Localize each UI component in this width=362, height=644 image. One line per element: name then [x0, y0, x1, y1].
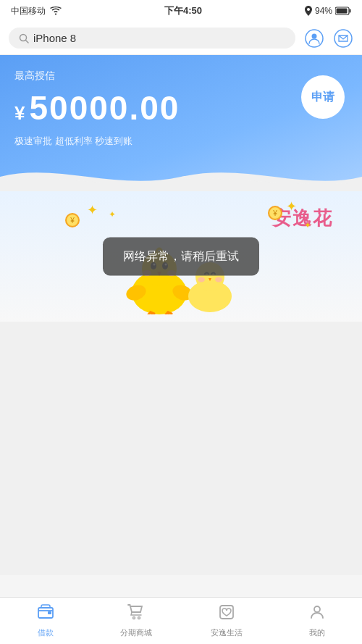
battery-icon	[335, 7, 351, 15]
nav-tab-life[interactable]: 安逸生活	[181, 598, 272, 644]
wallet-icon	[37, 603, 54, 625]
bottom-nav: 借款 分期商城 安逸生活	[0, 597, 362, 644]
svg-rect-1	[350, 9, 351, 13]
status-time: 下午4:50	[164, 4, 202, 17]
banner-desc: 极速审批 超低利率 秒速到账	[14, 135, 348, 148]
blue-banner: 最高授信 ¥ 50000.00 极速审批 超低利率 秒速到账 申请	[0, 55, 362, 191]
nav-tab-borrow[interactable]: 借款	[0, 598, 90, 644]
search-icon	[19, 33, 29, 43]
sparkle-3: ✦	[286, 198, 297, 214]
heart-icon	[218, 603, 235, 625]
shop-icon	[127, 603, 145, 625]
user-icon[interactable]	[304, 28, 324, 49]
nav-tab-shop[interactable]: 分期商城	[90, 598, 181, 644]
coin-1: ¥	[65, 213, 80, 227]
svg-point-31	[138, 617, 140, 619]
content-body	[0, 322, 362, 575]
svg-point-33	[314, 606, 320, 612]
location-icon	[305, 6, 312, 16]
app-card: 安逸花 ✦ ✦ ✦ ✦ ¥ ¥	[0, 191, 362, 322]
svg-line-23	[168, 312, 172, 314]
svg-point-7	[334, 30, 352, 47]
sparkle-4: ✦	[304, 220, 311, 230]
apply-button[interactable]: 申请	[301, 75, 345, 119]
svg-point-30	[132, 617, 135, 619]
currency-symbol: ¥	[14, 102, 26, 125]
sparkle-2: ✦	[109, 209, 116, 219]
status-bar: 中国移动 下午4:50 94%	[0, 0, 362, 22]
status-left: 中国移动	[11, 5, 62, 17]
svg-point-27	[215, 277, 222, 283]
carrier-text: 中国移动	[11, 5, 46, 17]
message-icon[interactable]	[333, 28, 353, 49]
search-bar: iPhone 8	[0, 22, 362, 55]
nav-label-shop: 分期商城	[120, 627, 152, 638]
sparkle-1: ✦	[87, 202, 98, 218]
search-actions	[304, 28, 353, 49]
toast-message: 网络异常，请稍后重试	[103, 238, 259, 276]
svg-point-26	[198, 277, 205, 283]
search-input-wrap[interactable]: iPhone 8	[9, 28, 295, 49]
coin-2: ¥	[268, 206, 282, 220]
toast-text: 网络异常，请稍后重试	[123, 250, 239, 262]
wave-decoration	[0, 155, 362, 191]
banner-amount: ¥ 50000.00	[14, 88, 348, 127]
nav-tab-mine[interactable]: 我的	[272, 598, 362, 644]
nav-label-mine: 我的	[309, 627, 325, 638]
mascot-area: 安逸花 ✦ ✦ ✦ ✦ ¥ ¥	[0, 191, 362, 322]
svg-line-20	[151, 312, 154, 314]
status-right: 94%	[305, 6, 351, 16]
amount-value: 50000.00	[29, 88, 180, 127]
svg-rect-2	[337, 9, 348, 14]
svg-point-6	[312, 33, 317, 38]
nav-label-life: 安逸生活	[211, 627, 243, 638]
person-icon	[308, 603, 326, 625]
svg-rect-29	[48, 611, 51, 614]
banner-label: 最高授信	[14, 70, 348, 83]
nav-label-borrow: 借款	[38, 627, 54, 638]
battery-text: 94%	[315, 6, 332, 16]
svg-line-4	[26, 40, 29, 43]
wifi-icon	[50, 7, 62, 15]
search-text: iPhone 8	[33, 32, 76, 44]
